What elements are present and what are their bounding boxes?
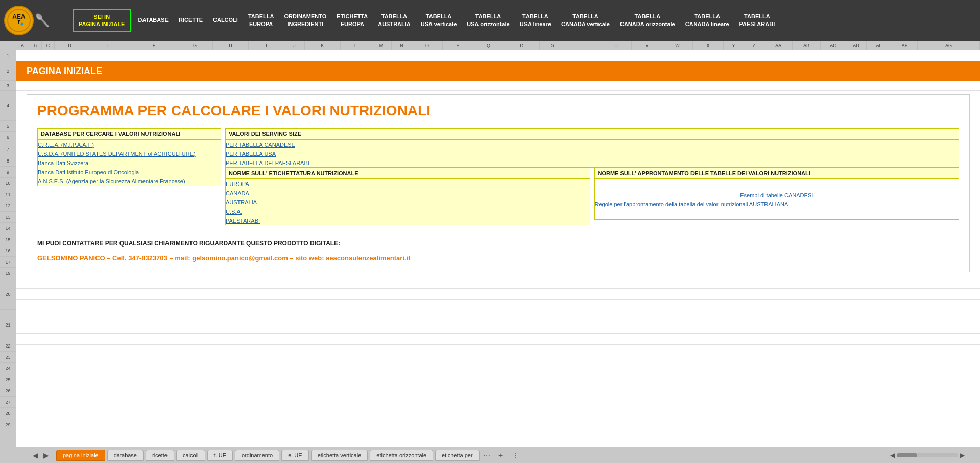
db-link-crea[interactable]: C.R.E.A. (M.I.P.A.A.F.) [38,140,221,149]
col-l: L [341,41,371,50]
approntamento-australiana[interactable]: Regole per l'approntamento della tabella… [594,199,959,209]
norme-row: NORME SULL' ETICHETTATURA NUTRIZIONALE E… [225,168,959,225]
nav-active-item[interactable]: SEI INPAGINA INIZIALE [73,9,131,32]
row-2-header: PAGINA INIZIALE [16,61,980,81]
spreadsheet-wrapper: A B C D E F G H I J K L M N O P Q R S T … [0,41,980,447]
col-ab: AB [793,41,821,50]
col-j: J [284,41,305,50]
tab-etichetta-per[interactable]: etichetta per [435,450,480,461]
nav-tabella-europa[interactable]: TABELLAEUROPA [243,11,279,31]
row-23-num: 23 [0,352,16,363]
nav-tabella-usa-l[interactable]: TABELLAUSA lineare [515,11,556,31]
col-p: P [443,41,473,50]
col-t: T [565,41,601,50]
row-25-num: 25 [0,374,16,385]
nav-tabella-canada-l[interactable]: TABELLACANADA lineare [680,11,734,31]
norme-usa[interactable]: U.S.A. [226,206,590,216]
norme-australia[interactable]: AUSTRALIA [226,197,590,206]
tab-pagina-iniziale[interactable]: pagina iniziale [56,450,105,461]
approntamento-canadesi[interactable]: Esempi di tabelle CANADESI [594,190,959,199]
row-10-num: 10 [0,178,16,189]
row-21-num: 21 [0,310,16,340]
tab-e-ue[interactable]: e. UE [281,450,309,461]
logo-icon: AEA [4,6,34,35]
tab-add-button[interactable]: + [494,450,507,460]
row-3 [16,81,980,91]
nav-tabella-paesi-arabi[interactable]: TABELLAPAESI ARABI [734,11,780,31]
nav-tabella-usa-v[interactable]: TABELLAUSA verticale [416,11,462,31]
col-n: N [392,41,412,50]
nav-calcoli[interactable]: CALCOLI [208,14,243,26]
col-ae: AE [867,41,892,50]
nav-tabella-canada-v[interactable]: TABELLACANADA verticale [556,11,615,31]
tab-ricette[interactable]: ricette [146,450,174,461]
nav-tabella-canada-o[interactable]: TABELLACANADA orizzontale [615,11,680,31]
tab-etichetta-orizzontale[interactable]: etichetta orizzontale [370,450,433,461]
nav-tabella-usa-o[interactable]: TABELLAUSA orizzontale [462,11,514,31]
serving-table: VALORI DEI SERVING SIZE PER TABELLA CANA… [225,128,959,168]
db-header: DATABASE PER CERCARE I VALORI NUTRIZIONA… [38,129,221,140]
nav-ricette[interactable]: RICETTE [174,14,208,26]
serving-link-arabi[interactable]: PER TABELLA DEI PAESI ARABI [226,158,959,168]
row-25 [16,300,980,311]
nav-tabella-australia[interactable]: TABELLAAUSTRALIA [373,11,416,31]
row-24 [16,289,980,300]
tables-row: DATABASE PER CERCARE I VALORI NUTRIZIONA… [37,128,959,225]
row-27-num: 27 [0,397,16,408]
tab-etichetta-verticale[interactable]: etichetta verticale [311,450,368,461]
tab-t-ue[interactable]: t. UE [207,450,233,461]
scroll-track[interactable] [897,453,958,457]
nav-ordinamento[interactable]: ORDINAMENTOINGREDIENTI [279,11,331,31]
nav-etichetta-europa[interactable]: ETICHETTAEUROPA [331,11,373,31]
tab-calcoli[interactable]: calcoli [176,450,205,461]
right-section: VALORI DEI SERVING SIZE PER TABELLA CANA… [225,128,959,225]
nav-active-label: SEI INPAGINA INIZIALE [79,13,125,28]
col-r: R [504,41,540,50]
db-link-usda[interactable]: U.S.D.A. (UNITED STATES DEPARTMENT of AG… [38,149,221,158]
col-z: Z [744,41,764,50]
row-23 [16,277,980,289]
row-17-num: 17 [0,257,16,268]
tab-more-button[interactable]: ··· [482,451,492,460]
col-f: F [131,41,177,50]
tab-menu-button[interactable]: ⋮ [509,451,522,459]
col-g: G [177,41,213,50]
tab-next-arrow[interactable]: ▶ [41,450,51,460]
col-k: K [305,41,341,50]
db-link-anses[interactable]: A.N.S.E.S. (Agenzia per la Sicurezza Ali… [38,176,221,186]
col-ac: AC [821,41,846,50]
serving-link-canada[interactable]: PER TABELLA CANADESE [226,140,959,149]
db-link-europeo[interactable]: Banca Dati Istituto Europeo di Oncologia [38,167,221,176]
rows-wrapper: 1 2 3 4 5 6 7 8 9 10 11 12 13 14 15 16 1… [0,50,980,447]
approntamento-header: NORME SULL' APPRONTAMENTO DELLE TABELLE … [594,168,959,179]
row-26-num: 26 [0,385,16,397]
col-a: A [16,41,29,50]
row-7-num: 7 [0,143,16,155]
row-4-num: 4 [0,91,16,121]
col-v: V [632,41,662,50]
row-2-num: 2 [0,61,16,81]
scroll-left-btn[interactable]: ◀ [890,452,895,459]
row-22-num: 22 [0,340,16,352]
row-6-num: 6 [0,132,16,143]
db-link-svizzera[interactable]: Banca Dati Svizzera [38,158,221,167]
serving-link-usa[interactable]: PER TABELLA USA [226,149,959,158]
norme-canada[interactable]: CANADA [226,188,590,197]
col-x: X [693,41,724,50]
row-12-num: 12 [0,200,16,212]
norme-etich-header: NORME SULL' ETICHETTATURA NUTRIZIONALE [226,168,590,179]
row-28 [16,334,980,345]
nav-database[interactable]: DATABASE [133,14,173,26]
tab-prev-arrow[interactable]: ◀ [31,450,40,460]
col-i: I [249,41,284,50]
scroll-right-btn[interactable]: ▶ [960,452,965,459]
row-16-num: 16 [0,245,16,257]
norme-paesi-arabi[interactable]: PAESI ARABI [226,216,590,225]
tab-ordinamento[interactable]: ordinamento [235,450,279,461]
norme-europa[interactable]: EUROPA [226,179,590,189]
page-title: PAGINA INIZIALE [27,66,102,77]
col-h: H [213,41,249,50]
col-e: E [85,41,131,50]
col-af: AF [892,41,918,50]
tab-database[interactable]: database [107,450,144,461]
